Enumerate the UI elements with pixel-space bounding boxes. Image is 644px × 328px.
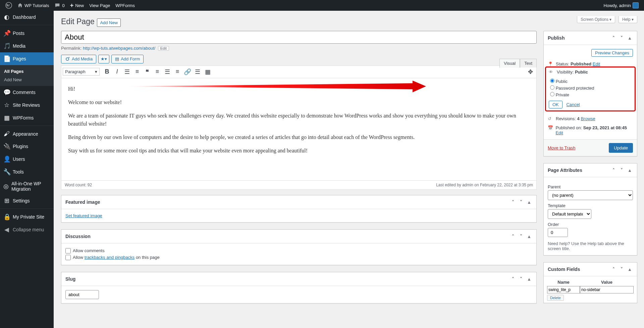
menu-comments[interactable]: 💬Comments	[0, 86, 54, 99]
publish-box: Publish˄˅▴ Preview Changes 📍Status: Publ…	[543, 31, 637, 156]
toggle-icon[interactable]: ▴	[626, 167, 633, 174]
preview-changes-button[interactable]: Preview Changes	[591, 49, 633, 57]
menu-appearance[interactable]: 🖌Appearance	[0, 128, 54, 140]
menu-users[interactable]: 👤Users	[0, 153, 54, 166]
screen-options-button[interactable]: Screen Options ▾	[577, 16, 615, 23]
template-select[interactable]: Default template	[548, 209, 591, 219]
menu-pages[interactable]: 📄Pages	[0, 52, 54, 65]
dashboard-icon: ◐	[3, 13, 10, 21]
visual-tab[interactable]: Visual	[499, 59, 520, 68]
submenu-all-pages[interactable]: All Pages	[0, 67, 54, 76]
readmore-button[interactable]: ☰	[193, 67, 202, 77]
title-input[interactable]	[61, 31, 537, 44]
content-editor[interactable]: Hi! Welcome to our website! We are a tea…	[61, 78, 536, 180]
permalink-link[interactable]: http://wp-tuts.atwebpages.com/about/	[83, 46, 155, 51]
cf-name-input[interactable]	[547, 286, 580, 293]
allow-pingbacks-checkbox[interactable]	[65, 255, 71, 260]
toggle-icon[interactable]: ▴	[526, 199, 532, 205]
allow-comments-checkbox[interactable]	[65, 248, 71, 253]
view-page-link[interactable]: View Page	[87, 0, 113, 11]
toggle-icon[interactable]: ▴	[626, 35, 633, 41]
menu-collapse[interactable]: ◀Collapse menu	[0, 223, 54, 236]
menu-settings[interactable]: ⊞Settings	[0, 194, 54, 207]
wp-logo[interactable]	[3, 0, 15, 11]
move-up-icon[interactable]: ˄	[509, 276, 516, 282]
align-right-button[interactable]: ≡	[173, 67, 182, 77]
revisions-icon: ↺	[548, 116, 554, 121]
link-button[interactable]: 🔗	[183, 67, 192, 77]
bold-button[interactable]: B	[102, 67, 112, 77]
slug-input[interactable]	[65, 290, 99, 299]
cf-value-input[interactable]	[580, 286, 634, 293]
move-down-icon[interactable]: ˅	[518, 199, 524, 205]
submenu-add-new[interactable]: Add New	[0, 76, 54, 84]
move-down-icon[interactable]: ˅	[618, 167, 625, 174]
quote-button[interactable]: ❝	[143, 67, 152, 77]
media-icon: 🎵	[3, 42, 10, 50]
status-edit-link[interactable]: Edit	[593, 61, 600, 66]
italic-button[interactable]: I	[112, 67, 122, 77]
new-content-link[interactable]: +New	[67, 0, 87, 11]
parent-select[interactable]: (no parent)	[548, 190, 633, 200]
star-dropdown-button[interactable]: ★▾	[98, 55, 109, 63]
menu-tools[interactable]: 🔧Tools	[0, 166, 54, 178]
menu-aio-migration[interactable]: ◎All-in-One WP Migration	[0, 178, 54, 194]
comments-link[interactable]: 0	[52, 0, 67, 11]
help-button[interactable]: Help ▾	[619, 16, 637, 23]
move-up-icon[interactable]: ˄	[610, 35, 617, 41]
toggle-icon[interactable]: ▴	[526, 276, 532, 282]
visibility-ok-button[interactable]: OK	[549, 101, 562, 108]
pingbacks-link[interactable]: trackbacks and pingbacks	[85, 255, 135, 260]
menu-wpforms[interactable]: ▦WPForms	[0, 111, 54, 124]
visibility-private-radio[interactable]	[550, 92, 554, 96]
ol-button[interactable]: ≡	[132, 67, 142, 77]
move-down-icon[interactable]: ˅	[518, 233, 524, 240]
align-left-button[interactable]: ≡	[153, 67, 162, 77]
order-input[interactable]	[548, 228, 568, 237]
menu-private-site[interactable]: 🔒My Private Site	[0, 210, 54, 223]
visibility-password-radio[interactable]	[550, 85, 554, 90]
menu-posts[interactable]: 📌Posts	[0, 27, 54, 40]
menu-media[interactable]: 🎵Media	[0, 40, 54, 52]
site-name-link[interactable]: WP Tutorials	[15, 0, 52, 11]
cf-delete-button[interactable]: Delete	[547, 295, 564, 301]
add-new-button[interactable]: Add New	[97, 18, 121, 27]
move-down-icon[interactable]: ˅	[618, 35, 625, 41]
update-button[interactable]: Update	[609, 143, 633, 153]
my-account-link[interactable]: Howdy, admin	[601, 0, 641, 11]
visibility-cancel-link[interactable]: Cancel	[566, 102, 580, 107]
move-up-icon[interactable]: ˄	[509, 233, 516, 240]
move-up-icon[interactable]: ˄	[509, 199, 516, 205]
form-icon: ▦	[3, 114, 10, 122]
add-form-button[interactable]: ▤ Add Form	[111, 55, 144, 63]
add-media-button[interactable]: Add Media	[61, 55, 96, 63]
menu-plugins[interactable]: 🔌Plugins	[0, 140, 54, 153]
menu-site-reviews[interactable]: ☆Site Reviews	[0, 99, 54, 111]
move-up-icon[interactable]: ˄	[610, 266, 617, 273]
custom-fields-box: Custom Fields˄˅▴ NameValue Delete	[543, 262, 637, 303]
toggle-icon[interactable]: ▴	[626, 266, 633, 273]
toolbar-toggle-button[interactable]: ▦	[203, 67, 212, 77]
visibility-public-radio[interactable]	[550, 79, 554, 83]
ul-button[interactable]: ☰	[122, 67, 132, 77]
revisions-browse-link[interactable]: Browse	[581, 116, 595, 121]
permalink-edit-button[interactable]: Edit	[158, 46, 169, 51]
move-to-trash-link[interactable]: Move to Trash	[548, 145, 575, 150]
date-edit-link[interactable]: Edit	[555, 130, 563, 135]
move-down-icon[interactable]: ˅	[518, 276, 524, 282]
menu-dashboard[interactable]: ◐Dashboard	[0, 11, 54, 24]
set-featured-image-link[interactable]: Set featured image	[65, 213, 102, 218]
form-icon: ▤	[115, 56, 119, 61]
admin-menu: ◐Dashboard 📌Posts 🎵Media 📄Pages All Page…	[0, 11, 54, 328]
text-tab[interactable]: Text	[520, 59, 537, 67]
align-center-button[interactable]: ☰	[163, 67, 172, 77]
featured-image-box: Featured image˄˅▴ Set featured image	[61, 195, 537, 223]
format-select[interactable]: Paragraph▾	[63, 68, 100, 76]
move-up-icon[interactable]: ˄	[610, 167, 617, 174]
svg-point-1	[66, 58, 69, 60]
fullscreen-button[interactable]: ✥	[526, 67, 535, 77]
toggle-icon[interactable]: ▴	[526, 233, 532, 240]
migration-icon: ◎	[3, 183, 9, 190]
move-down-icon[interactable]: ˅	[618, 266, 625, 273]
wpforms-link[interactable]: WPForms	[113, 0, 138, 11]
